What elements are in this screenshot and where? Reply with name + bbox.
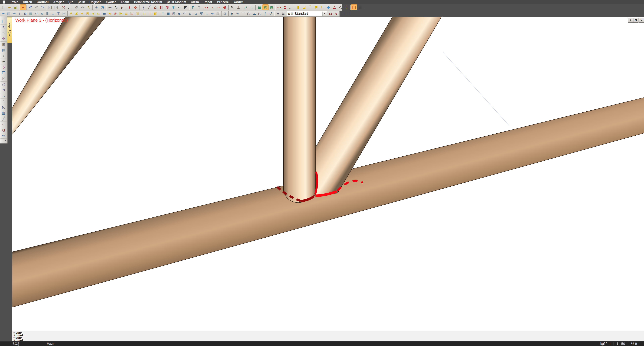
wall-tool-button[interactable]: ▤ (6, 11, 12, 16)
coordinate-axes-button[interactable]: ∟ (249, 5, 255, 10)
model-viewport[interactable]: Work Plane 3 - (Horizontal) YNV (12, 17, 644, 331)
menu-celik-tasarim[interactable]: Çelik Tasarım (164, 0, 188, 4)
structure-tree-tab[interactable]: Yapı Ağacı (8, 17, 12, 43)
footing-tool-button[interactable]: ⊤ (56, 11, 61, 16)
column-tool-button[interactable]: I (17, 11, 22, 16)
workplane-inactive-button[interactable]: ↰ (196, 5, 202, 10)
sidebar-measure-tool[interactable]: ? (0, 53, 7, 59)
save-file-button[interactable]: ▣ (12, 5, 18, 10)
sidebar-align-tool[interactable]: ⊞ (0, 42, 7, 47)
move-node-button[interactable]: ↖ (86, 5, 92, 10)
workplane-z-button[interactable]: Z (210, 5, 216, 10)
slab-tool-button[interactable]: ◇ (34, 11, 39, 16)
new-document-button[interactable]: ▯ (0, 5, 6, 10)
sidebar-copy-tool[interactable]: ❐ (0, 70, 7, 76)
sidebar-table-select-tool[interactable]: ▤ (0, 47, 7, 53)
menu-ciz[interactable]: Çiz (66, 0, 75, 4)
undo-button[interactable]: ↶ (28, 5, 34, 10)
level-up-button[interactable]: ▴▴ (328, 11, 333, 16)
steel-gable-button[interactable]: ⋀ (68, 11, 74, 16)
pick-tool-button[interactable]: ✑ (80, 5, 86, 10)
dome-element-button[interactable]: ◠ (182, 11, 188, 16)
model-hierarchy-button[interactable]: ⚒ (61, 5, 67, 10)
steel-dome-button[interactable]: ⌒ (307, 5, 313, 10)
trim-tool-button[interactable]: ∤ (140, 5, 146, 10)
anchor-bolt-button[interactable]: ⚑ (313, 5, 319, 10)
polyline-tool-button[interactable]: ∿ (235, 11, 240, 16)
toolbar-overflow-chevron[interactable]: ▾ (288, 5, 291, 10)
column-row-button[interactable]: Ⅲ (44, 11, 50, 16)
node-array-button[interactable]: ⠿ (160, 11, 165, 16)
l-profile-button[interactable]: ∟ (204, 11, 210, 16)
break-tool-button[interactable]: ❊ (164, 5, 170, 10)
beam-hook-button[interactable]: ↪ (12, 11, 17, 16)
chamfer-tool-button[interactable]: ◩ (182, 5, 188, 10)
steel-plate-button[interactable]: ◆ (325, 5, 332, 10)
side-toolbar-expand-button[interactable]: ▸ (0, 139, 7, 142)
frame-design-button[interactable]: ⊞ (357, 5, 363, 10)
connection-design-button[interactable]: ◫ (351, 5, 357, 10)
menu-araclar[interactable]: Araçlar (51, 0, 66, 4)
nav-button-n[interactable]: N (633, 18, 638, 23)
menu-goruntu[interactable]: Görüntü (34, 0, 51, 4)
sidebar-hatch-plane-tool[interactable]: ◺ (0, 104, 7, 110)
sidebar-paste-tool[interactable]: ⎘ (0, 76, 7, 82)
nav-button-y[interactable]: Y (628, 18, 633, 23)
sidebar-purlin-tool[interactable]: ⌐ (0, 122, 7, 127)
zoom-extents-button[interactable]: ◳ (53, 5, 59, 10)
status-scale[interactable]: 1 : 50 (614, 342, 628, 346)
dimension-check-button[interactable]: Ŧ (20, 5, 26, 10)
status-mode[interactable]: BOŞ (10, 342, 44, 346)
status-unit[interactable]: kgf / m (597, 342, 613, 346)
sidebar-array-tool[interactable]: ∷ (0, 93, 7, 99)
mirror-tool-button[interactable]: ◭ (119, 5, 125, 10)
panel-wall-button[interactable]: ▦ (28, 11, 34, 16)
rotate-copy-button[interactable]: ↺ (268, 11, 274, 16)
cloud-tool-button[interactable]: ☁ (252, 11, 257, 16)
redo-button[interactable]: ↷ (40, 5, 46, 10)
girt-tool-button[interactable]: ⊩ (118, 11, 124, 16)
menu-analiz[interactable]: Analiz (118, 0, 132, 4)
sidebar-move-select-tool[interactable]: ✛ (0, 36, 7, 42)
snap-insert-button[interactable]: ↥ (282, 5, 288, 10)
workplane-circle-button[interactable]: ⊕ (222, 5, 228, 10)
nav-button-v[interactable]: V (639, 18, 644, 23)
arch-tool-button[interactable]: ∩ (142, 11, 147, 16)
undo-inactive-button[interactable]: ↶ (34, 5, 40, 10)
roof-element-button[interactable]: ◆ (176, 11, 182, 16)
workplane-rotate-button[interactable]: ↱ (190, 5, 196, 10)
canopy-element-button[interactable]: ⌂ (188, 11, 193, 16)
panel-tool-button[interactable]: ◧ (158, 5, 164, 10)
rotate-tool-button[interactable]: ↻ (113, 5, 119, 10)
style-combobox[interactable]: ⊠⚒Standart▼ (287, 11, 327, 16)
perpendicular-snap-button[interactable]: ⊥ (235, 5, 241, 10)
wheel-brace-button[interactable]: ⊛ (112, 11, 118, 16)
combo-dropdown-arrow[interactable]: ▼ (322, 12, 327, 16)
axis-tool-button[interactable]: ⊸ (0, 11, 6, 16)
terrain-tool-button[interactable]: ∿ (210, 11, 215, 16)
workplane-xy-button[interactable]: XY (204, 5, 210, 10)
menu-ayarlar[interactable]: Ayarlar (103, 0, 118, 4)
steel-angle-button[interactable]: ∟ (319, 5, 325, 10)
spline-tool-button[interactable]: ∫ (262, 11, 268, 16)
steel-purlin-button[interactable]: Ƶ (74, 11, 79, 16)
sidebar-auto-label-tool[interactable]: ABC (0, 133, 7, 139)
new-window-button[interactable]: ❐ (340, 11, 346, 16)
door-tool-button[interactable]: ◧ (153, 11, 158, 16)
pointer-lock-button[interactable]: ▨ (262, 5, 268, 10)
foundation-tool-button[interactable]: ⊥ (50, 11, 56, 16)
vertical-brace-member[interactable] (284, 17, 316, 203)
hatch-tool-button[interactable]: ◺ (257, 11, 262, 16)
steel-ladder-button[interactable]: ≡ (79, 11, 85, 16)
menu-proje[interactable]: Proje (8, 0, 21, 4)
cross-red-button[interactable]: ☒ (129, 11, 135, 16)
sheet-panel-button[interactable]: ◫ (135, 11, 140, 16)
steel-truss-button[interactable]: ≋ (107, 11, 112, 16)
toolbar-overflow-chevron[interactable]: ▾ (352, 11, 354, 16)
quick-connection-button[interactable]: ϟ (344, 5, 350, 10)
sidebar-guide-line-tool[interactable]: ╱ (0, 116, 7, 122)
command-log[interactable]: *İptal*Komut :*İptal*Komut : (12, 331, 644, 341)
snap-point-button[interactable]: ↝ (276, 5, 282, 10)
slab-corner-button[interactable]: ◈ (39, 11, 44, 16)
truss-node-button[interactable]: ⋈ (61, 11, 67, 16)
